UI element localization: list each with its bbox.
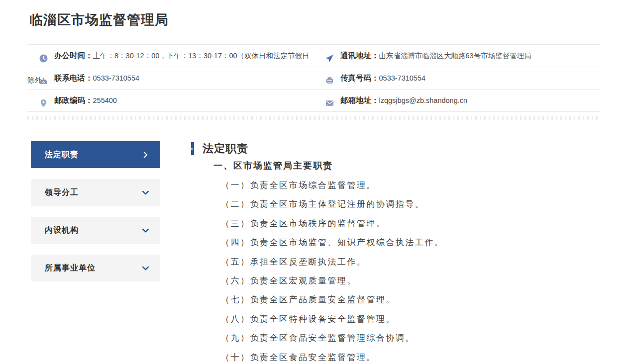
contact-fax: 传真号码：0533-7310554: [314, 67, 600, 90]
page-title: 临淄区市场监督管理局: [27, 0, 600, 29]
duty-item: （四）负责全区市场监管、知识产权综合执法工作。: [221, 233, 600, 252]
contact-address: 通讯地址：山东省淄博市临淄区大顺路63号市场监督管理局: [314, 45, 600, 67]
duty-item: （二）负责全区市场主体登记注册的协调指导。: [221, 195, 600, 214]
location-pin-icon: [39, 99, 48, 107]
page: 临淄区市场监督管理局 办公时间：上午：8：30-12：00，下午：13：30-1…: [0, 0, 627, 364]
sidebar-item-label: 法定职责: [45, 150, 79, 160]
duty-item: （八）负责全区特种设备安全监督管理。: [221, 310, 600, 329]
contact-value: 255400: [93, 96, 117, 104]
contact-email: 邮箱地址：lzqgsjbgs@zb.shandong.cn: [314, 90, 600, 112]
dashed-separator: [27, 116, 600, 120]
contact-label: 联系电话：: [54, 74, 93, 82]
chevron-right-icon: [142, 151, 149, 159]
contact-label: 邮箱地址：: [340, 96, 379, 104]
sidebar-item-label: 领导分工: [45, 187, 79, 198]
duty-item: （十）负责全区食品安全监督管理。: [221, 348, 600, 364]
duty-item: （七）负责全区产品质量安全监督管理。: [221, 290, 600, 309]
sidebar-item-affiliated-units[interactable]: 所属事业单位: [31, 255, 160, 281]
contact-label: 邮政编码：: [54, 96, 93, 104]
contact-label: 通讯地址：: [340, 51, 379, 60]
sidebar-item-internal-orgs[interactable]: 内设机构: [31, 217, 160, 244]
sidebar-item-label: 内设机构: [45, 225, 79, 236]
section-title: 法定职责: [203, 141, 248, 156]
duty-item: （六）负责全区宏观质量管理。: [221, 272, 600, 290]
section-header: 法定职责: [191, 141, 600, 156]
contact-info-grid: 办公时间：上午：8：30-12：00，下午：13：30-17：00（双休日和法定…: [27, 44, 600, 112]
duty-item: （五）承担全区反垄断执法工作。: [221, 253, 600, 272]
contact-value: 0533-7310554: [93, 74, 140, 82]
contact-postcode: 邮政编码：255400: [27, 90, 314, 112]
chevron-down-icon: [142, 227, 149, 234]
contact-value: 山东省淄博市临淄区大顺路63号市场监督管理局: [379, 52, 531, 60]
chevron-down-icon: [142, 265, 149, 272]
sidebar-menu: 法定职责 领导分工 内设机构 所属事业单位: [31, 141, 160, 364]
contact-phone: 联系电话：0533-7310554: [27, 67, 314, 90]
sidebar-item-leadership[interactable]: 领导分工: [31, 179, 160, 206]
contact-label: 办公时间：: [54, 51, 93, 60]
duty-item: （三）负责全区市场秩序的监督管理。: [221, 214, 600, 233]
contact-value: lzqgsjbgs@zb.shandong.cn: [379, 96, 468, 104]
sidebar-item-label: 所属事业单位: [45, 263, 96, 273]
contact-office-hours: 办公时间：上午：8：30-12：00，下午：13：30-17：00（双休日和法定…: [27, 45, 314, 67]
section-marker-icon: [191, 142, 194, 155]
duty-item: （九）负责全区食品安全监督管理综合协调。: [221, 329, 600, 348]
duties-list: （一）负责全区市场综合监督管理。 （二）负责全区市场主体登记注册的协调指导。 （…: [221, 176, 600, 364]
phone-icon: [39, 77, 48, 85]
contact-label: 传真号码：: [340, 74, 379, 82]
send-icon: [325, 54, 334, 63]
content-area: 法定职责 领导分工 内设机构 所属事业单位: [27, 141, 600, 364]
contact-value: 0533-7310554: [379, 74, 426, 82]
duty-item: （一）负责全区市场综合监督管理。: [221, 176, 600, 195]
mail-icon: [325, 99, 334, 107]
subsection-title: 一、区市场监管局主要职责: [213, 160, 600, 172]
sidebar-item-duties[interactable]: 法定职责: [31, 141, 160, 168]
fax-printer-icon: [325, 77, 334, 85]
chevron-down-icon: [142, 189, 149, 196]
clock-icon: [39, 54, 48, 63]
main-content: 法定职责 一、区市场监管局主要职责 （一）负责全区市场综合监督管理。 （二）负责…: [191, 141, 600, 364]
